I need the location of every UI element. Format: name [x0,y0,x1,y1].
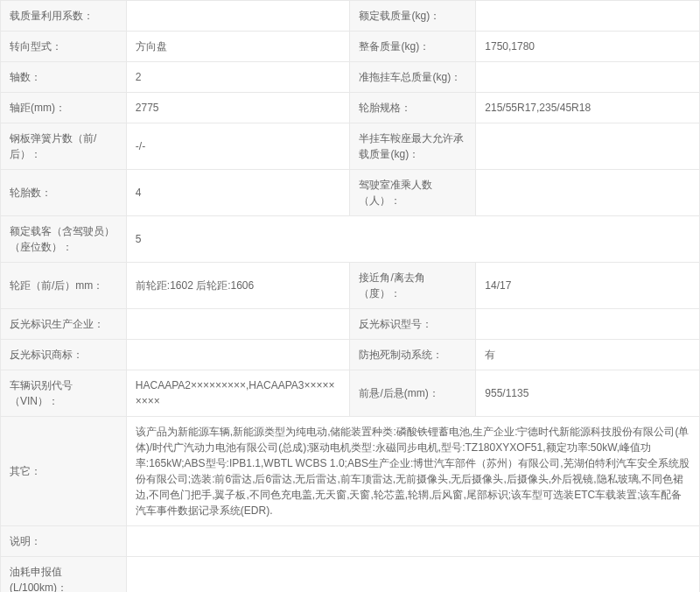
label-approach-angle: 接近角/离去角（度）： [350,263,476,309]
label-other: 其它： [1,417,127,526]
table-row: 轮胎数： 4 驾驶室准乘人数（人）： [1,170,700,216]
value-other: 该产品为新能源车辆,新能源类型为纯电动,储能装置种类:磷酸铁锂蓄电池,生产企业:… [126,417,699,526]
value-abs: 有 [476,340,700,370]
table-row: 其它： 该产品为新能源车辆,新能源类型为纯电动,储能装置种类:磷酸铁锂蓄电池,生… [1,417,700,526]
table-row: 轴数： 2 准拖挂车总质量(kg)： [1,62,700,93]
label-reflector-maker: 反光标识生产企业： [1,309,127,340]
label-tire-count: 轮胎数： [1,170,127,216]
label-axles: 轴数： [1,62,127,93]
value-reflector-model [476,309,700,340]
table-row: 额定载客（含驾驶员）（座位数）： 5 [1,216,700,263]
value-curb-weight: 1750,1780 [476,32,700,62]
label-steering: 转向型式： [1,32,127,62]
label-fuel: 油耗申报值(L/100km)： [1,557,127,593]
table-row: 反光标识商标： 防抱死制动系统： 有 [1,340,700,370]
table-row: 说明： [1,526,700,557]
value-cab-seats [476,170,700,216]
value-tire-spec: 215/55R17,235/45R18 [476,93,700,123]
label-leaf-spring: 钢板弹簧片数（前/后）： [1,123,127,170]
label-remark: 说明： [1,526,127,557]
label-reflector-model: 反光标识型号： [350,309,476,340]
label-rated-load: 额定载质量(kg)： [350,1,476,32]
label-abs: 防抱死制动系统： [350,340,476,370]
table-row: 轴距(mm)： 2775 轮胎规格： 215/55R17,235/45R18 [1,93,700,123]
label-trailer-weight: 准拖挂车总质量(kg)： [350,62,476,93]
value-tire-count: 4 [126,170,350,216]
value-passenger-seats: 5 [126,216,699,263]
value-rated-load [476,1,700,32]
label-track: 轮距（前/后）mm： [1,263,127,309]
label-vin: 车辆识别代号（VIN）： [1,370,127,417]
value-trailer-weight [476,62,700,93]
table-row: 轮距（前/后）mm： 前轮距:1602 后轮距:1606 接近角/离去角（度）：… [1,263,700,309]
table-row: 车辆识别代号（VIN）： HACAAPA2×××××××××,HACAAPA3×… [1,370,700,417]
label-tire-spec: 轮胎规格： [350,93,476,123]
main-spec-table: 载质量利用系数： 额定载质量(kg)： 转向型式： 方向盘 整备质量(kg)： … [0,0,700,592]
label-curb-weight: 整备质量(kg)： [350,32,476,62]
value-leaf-spring: -/- [126,123,350,170]
value-steering: 方向盘 [126,32,350,62]
table-row: 钢板弹簧片数（前/后）： -/- 半挂车鞍座最大允许承载质量(kg)： [1,123,700,170]
table-row: 转向型式： 方向盘 整备质量(kg)： 1750,1780 [1,32,700,62]
label-overhang: 前悬/后悬(mm)： [350,370,476,417]
label-load-ratio: 载质量利用系数： [1,1,127,32]
table-row: 载质量利用系数： 额定载质量(kg)： [1,1,700,32]
label-wheelbase: 轴距(mm)： [1,93,127,123]
value-remark [126,526,699,557]
value-load-ratio [126,1,350,32]
value-reflector-brand [126,340,350,370]
value-wheelbase: 2775 [126,93,350,123]
table-row: 油耗申报值(L/100km)： [1,557,700,593]
value-saddle-load [476,123,700,170]
value-vin: HACAAPA2×××××××××,HACAAPA3××××××××× [126,370,350,417]
label-cab-seats: 驾驶室准乘人数（人）： [350,170,476,216]
label-reflector-brand: 反光标识商标： [1,340,127,370]
value-approach-angle: 14/17 [476,263,700,309]
label-saddle-load: 半挂车鞍座最大允许承载质量(kg)： [350,123,476,170]
value-track: 前轮距:1602 后轮距:1606 [126,263,350,309]
value-overhang: 955/1135 [476,370,700,417]
label-passenger-seats: 额定载客（含驾驶员）（座位数）： [1,216,127,263]
value-reflector-maker [126,309,350,340]
table-row: 反光标识生产企业： 反光标识型号： [1,309,700,340]
value-axles: 2 [126,62,350,93]
value-fuel [126,557,699,593]
